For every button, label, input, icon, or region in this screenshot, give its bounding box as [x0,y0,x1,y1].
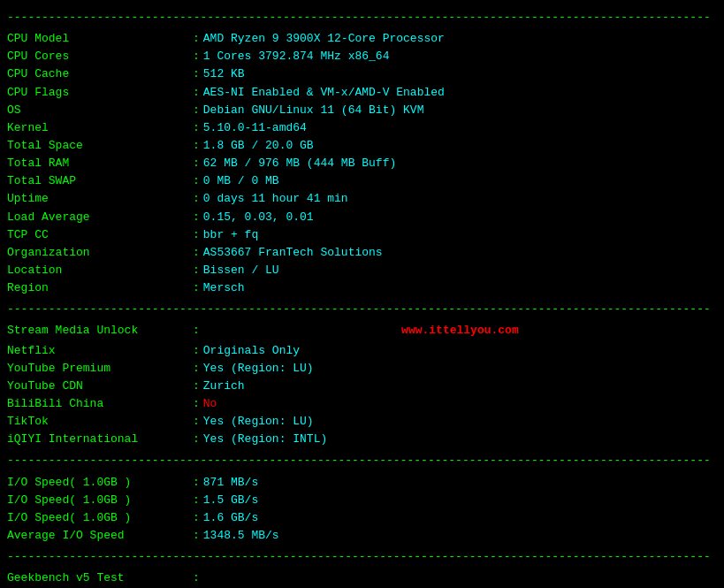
cpu-model-label: CPU Model [7,30,193,48]
total-ram-value: 62 MB / 976 MB (444 MB Buff) [203,155,396,172]
table-row: CPU Cache : 512 KB [7,65,717,83]
table-row: TikTok : Yes (Region: LU) [7,413,717,431]
terminal-container: ----------------------------------------… [7,9,717,588]
system-info-section: CPU Model : AMD Ryzen 9 3900X 12-Core Pr… [7,30,717,297]
geekbench-section: Geekbench v5 Test : Single Core : 1191 M… [7,569,717,588]
table-row: YouTube CDN : Zurich [7,378,717,395]
table-row: OS : Debian GNU/Linux 11 (64 Bit) KVM [7,102,717,119]
youtube-cdn-value: Zurich [203,378,245,395]
load-avg-value: 0.15, 0.03, 0.01 [203,209,314,226]
table-row: Total Space : 1.8 GB / 20.0 GB [7,137,717,155]
load-avg-label: Load Average [7,209,193,226]
bilibili-value: No [203,395,217,413]
io-speed-3-label: I/O Speed( 1.0GB ) [7,509,193,527]
watermark: www.ittellyou.com [203,322,717,340]
uptime-label: Uptime [7,190,193,208]
total-swap-value: 0 MB / 0 MB [203,172,279,190]
table-row: Uptime : 0 days 11 hour 41 min [7,190,717,208]
table-row: CPU Model : AMD Ryzen 9 3900X 12-Core Pr… [7,30,717,48]
total-space-value: 1.8 GB / 20.0 GB [203,137,314,155]
iqiyi-label: iQIYI International [7,431,193,448]
tiktok-value: Yes (Region: LU) [203,413,314,431]
stream-media-section: Netflix : Originals Only YouTube Premium… [7,342,717,449]
cpu-flags-value: AES-NI Enabled & VM-x/AMD-V Enabled [203,84,445,102]
youtube-cdn-label: YouTube CDN [7,378,193,395]
table-row: Total RAM : 62 MB / 976 MB (444 MB Buff) [7,155,717,172]
mid-divider-1: ----------------------------------------… [7,301,717,318]
table-row: Kernel : 5.10.0-11-amd64 [7,119,717,137]
tiktok-label: TikTok [7,413,193,431]
netflix-label: Netflix [7,342,193,360]
tcp-cc-label: TCP CC [7,226,193,244]
table-row: I/O Speed( 1.0GB ) : 871 MB/s [7,474,717,492]
table-row: Average I/O Speed : 1348.5 MB/s [7,527,717,545]
total-ram-label: Total RAM [7,155,193,172]
netflix-value: Originals Only [203,342,300,360]
top-divider: ----------------------------------------… [7,9,717,27]
avg-io-value: 1348.5 MB/s [203,527,279,545]
stream-header-row: Stream Media Unlock : www.ittellyou.com [7,322,717,340]
uptime-value: 0 days 11 hour 41 min [203,190,348,208]
table-row: I/O Speed( 1.0GB ) : 1.6 GB/s [7,509,717,527]
region-value: Mersch [203,279,245,297]
region-label: Region [7,279,193,297]
io-speed-2-value: 1.5 GB/s [203,492,258,509]
io-speed-1-value: 871 MB/s [203,474,258,492]
iqiyi-value: Yes (Region: INTL) [203,431,327,448]
tcp-cc-value: bbr + fq [203,226,258,244]
table-row: YouTube Premium : Yes (Region: LU) [7,360,717,378]
stream-media-label: Stream Media Unlock [7,322,193,340]
io-speed-2-label: I/O Speed( 1.0GB ) [7,492,193,509]
table-row: CPU Cores : 1 Cores 3792.874 MHz x86_64 [7,48,717,65]
table-row: Location : Bissen / LU [7,262,717,279]
table-row: CPU Flags : AES-NI Enabled & VM-x/AMD-V … [7,84,717,102]
avg-io-label: Average I/O Speed [7,527,193,545]
table-row: TCP CC : bbr + fq [7,226,717,244]
table-row: BiliBili China : No [7,395,717,413]
table-row: Total SWAP : 0 MB / 0 MB [7,172,717,190]
youtube-premium-label: YouTube Premium [7,360,193,378]
kernel-value: 5.10.0-11-amd64 [203,119,307,137]
mid-divider-2: ----------------------------------------… [7,452,717,470]
location-value: Bissen / LU [203,262,279,279]
table-row: Region : Mersch [7,279,717,297]
kernel-label: Kernel [7,119,193,137]
table-row: Load Average : 0.15, 0.03, 0.01 [7,209,717,226]
location-label: Location [7,262,193,279]
io-speed-1-label: I/O Speed( 1.0GB ) [7,474,193,492]
table-row: Geekbench v5 Test : [7,569,717,587]
cpu-cores-value: 1 Cores 3792.874 MHz x86_64 [203,48,390,65]
cpu-cache-value: 512 KB [203,65,245,83]
organization-value: AS53667 FranTech Solutions [203,244,383,262]
cpu-model-value: AMD Ryzen 9 3900X 12-Core Processor [203,30,445,48]
total-space-label: Total Space [7,137,193,155]
cpu-cores-label: CPU Cores [7,48,193,65]
organization-label: Organization [7,244,193,262]
cpu-cache-label: CPU Cache [7,65,193,83]
os-label: OS [7,102,193,119]
mid-divider-3: ----------------------------------------… [7,548,717,566]
bilibili-label: BiliBili China [7,395,193,413]
os-value: Debian GNU/Linux 11 (64 Bit) KVM [203,102,424,119]
table-row: I/O Speed( 1.0GB ) : 1.5 GB/s [7,492,717,509]
table-row: Organization : AS53667 FranTech Solution… [7,244,717,262]
total-swap-label: Total SWAP [7,172,193,190]
table-row: Netflix : Originals Only [7,342,717,360]
io-speed-3-value: 1.6 GB/s [203,509,258,527]
youtube-premium-value: Yes (Region: LU) [203,360,314,378]
geekbench-header-label: Geekbench v5 Test [7,569,193,587]
table-row: iQIYI International : Yes (Region: INTL) [7,431,717,448]
io-speed-section: I/O Speed( 1.0GB ) : 871 MB/s I/O Speed(… [7,474,717,546]
cpu-flags-label: CPU Flags [7,84,193,102]
